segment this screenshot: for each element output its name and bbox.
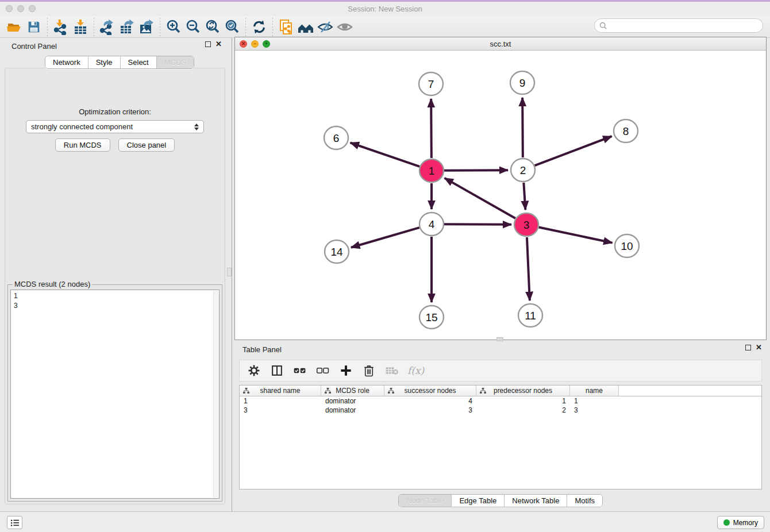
graph-node-14[interactable]: 14 [325, 240, 349, 263]
close-panel-button[interactable]: Close panel [118, 138, 175, 152]
tab-network-table[interactable]: Network Table [505, 495, 567, 507]
hide-selected-button[interactable] [315, 18, 335, 36]
zoom-out-button[interactable] [183, 18, 203, 36]
import-network-button[interactable] [51, 18, 71, 36]
network-maximize-icon[interactable]: + [263, 40, 270, 48]
delete-column-button[interactable] [361, 363, 376, 379]
graph-node-7[interactable]: 7 [419, 72, 443, 95]
table-cell[interactable]: dominator [321, 396, 384, 406]
open-session-button[interactable] [5, 18, 24, 36]
edge-1-2[interactable] [444, 170, 508, 171]
graph-node-15[interactable]: 15 [419, 306, 444, 329]
graph-node-3[interactable]: 3 [514, 213, 538, 236]
edge-1-7[interactable] [431, 99, 432, 158]
mcds-result-list[interactable]: 13 [10, 290, 220, 499]
network-canvas[interactable]: 7968124314101511 [235, 51, 766, 340]
minimize-window-icon[interactable] [17, 5, 24, 12]
search-field[interactable] [594, 18, 763, 33]
zoom-selected-button[interactable] [222, 18, 242, 36]
tab-motifs[interactable]: Motifs [567, 495, 602, 507]
network-window-titlebar[interactable]: ✕ − + scc.txt [235, 37, 766, 51]
unselect-all-columns-button[interactable] [315, 363, 330, 379]
table-cell[interactable]: dominator [321, 406, 384, 415]
select-all-columns-button[interactable] [292, 363, 307, 379]
titlebar[interactable]: Session: New Session [0, 2, 770, 16]
graph-node-6[interactable]: 6 [324, 126, 348, 149]
edge-3-10[interactable] [539, 228, 613, 243]
memory-button[interactable]: Memory [717, 516, 764, 529]
column-header-name[interactable]: name [570, 385, 619, 396]
graph-node-10[interactable]: 10 [615, 234, 639, 257]
table-cell[interactable]: 4 [384, 396, 476, 406]
table-cell[interactable]: 3 [384, 406, 476, 415]
export-table-button[interactable] [117, 18, 137, 36]
edge-2-9[interactable] [522, 98, 523, 157]
run-mcds-button[interactable]: Run MCDS [55, 138, 110, 152]
tab-node-table[interactable]: Node Table [399, 495, 452, 507]
graph-node-9[interactable]: 9 [510, 71, 534, 94]
search-input[interactable] [607, 21, 763, 30]
node-table[interactable]: shared nameMCDS rolesuccessor nodesprede… [239, 385, 762, 489]
tab-mcds[interactable]: MCDS [157, 56, 194, 68]
edge-1-6[interactable] [351, 142, 420, 166]
graph-node-1[interactable]: 1 [419, 159, 444, 182]
graph-node-4[interactable]: 4 [419, 213, 444, 236]
canvas-divider-grip[interactable] [496, 337, 503, 341]
close-panel-icon[interactable]: ✕ [215, 41, 222, 47]
show-all-button[interactable] [335, 18, 355, 36]
close-window-icon[interactable] [6, 5, 13, 12]
column-header-successor-nodes[interactable]: successor nodes [384, 385, 476, 396]
zoom-window-icon[interactable] [29, 5, 36, 12]
show-column-button[interactable] [270, 363, 284, 379]
graph-node-8[interactable]: 8 [614, 119, 638, 142]
function-builder-button[interactable]: f(x) [407, 365, 424, 376]
show-network-overview-button[interactable] [296, 18, 315, 36]
close-table-panel-icon[interactable]: ✕ [756, 345, 762, 350]
float-table-panel-icon[interactable] [745, 345, 751, 350]
edge-2-8[interactable] [535, 136, 612, 165]
criterion-dropdown[interactable]: strongly connected component [26, 120, 204, 133]
tab-select[interactable]: Select [121, 56, 157, 68]
result-scrollbar[interactable] [213, 291, 218, 498]
table-cell[interactable]: 1 [240, 396, 321, 406]
node-label: 6 [333, 132, 340, 144]
export-image-button[interactable] [137, 18, 156, 36]
edge-2-3[interactable] [523, 183, 525, 210]
graph-node-2[interactable]: 2 [511, 159, 535, 182]
network-close-icon[interactable]: ✕ [240, 40, 247, 48]
column-header-MCDS-role[interactable]: MCDS role [321, 385, 384, 396]
tab-style[interactable]: Style [88, 56, 121, 68]
graph-node-11[interactable]: 11 [518, 304, 542, 327]
float-panel-icon[interactable] [205, 41, 211, 47]
import-table-button[interactable] [71, 18, 90, 36]
table-row[interactable]: 1dominator411 [240, 396, 761, 406]
table-cell[interactable]: 2 [476, 406, 570, 415]
zoom-fit-button[interactable] [203, 18, 222, 36]
table-cell[interactable]: 3 [570, 406, 619, 415]
edge-3-11[interactable] [527, 237, 530, 300]
export-network-button[interactable] [98, 18, 117, 36]
network-graph[interactable]: 7968124314101511 [235, 51, 766, 340]
edge-4-14[interactable] [351, 228, 419, 248]
edge-3-1[interactable] [445, 178, 515, 218]
column-header-predecessor-nodes[interactable]: predecessor nodes [476, 385, 570, 396]
window-traffic-lights[interactable] [6, 5, 36, 12]
create-column-button[interactable] [338, 363, 353, 379]
tab-edge-table[interactable]: Edge Table [452, 495, 505, 507]
column-header-shared-name[interactable]: shared name [240, 385, 321, 396]
clone-network-button[interactable] [276, 18, 296, 36]
table-cell[interactable]: 3 [240, 406, 321, 415]
tab-network[interactable]: Network [45, 56, 88, 68]
task-history-button[interactable] [7, 516, 22, 529]
table-row[interactable]: 3dominator323 [240, 406, 761, 415]
delete-table-button[interactable] [384, 363, 399, 379]
zoom-in-button[interactable] [164, 18, 183, 36]
network-minimize-icon[interactable]: − [251, 40, 259, 48]
edge-4-3[interactable] [444, 224, 511, 225]
apply-layout-button[interactable] [249, 18, 269, 36]
table-cell[interactable]: 1 [476, 396, 570, 406]
save-session-button[interactable] [24, 18, 44, 36]
panel-divider-grip[interactable] [227, 268, 232, 276]
table-settings-button[interactable] [247, 363, 261, 379]
table-cell[interactable]: 1 [570, 396, 619, 406]
